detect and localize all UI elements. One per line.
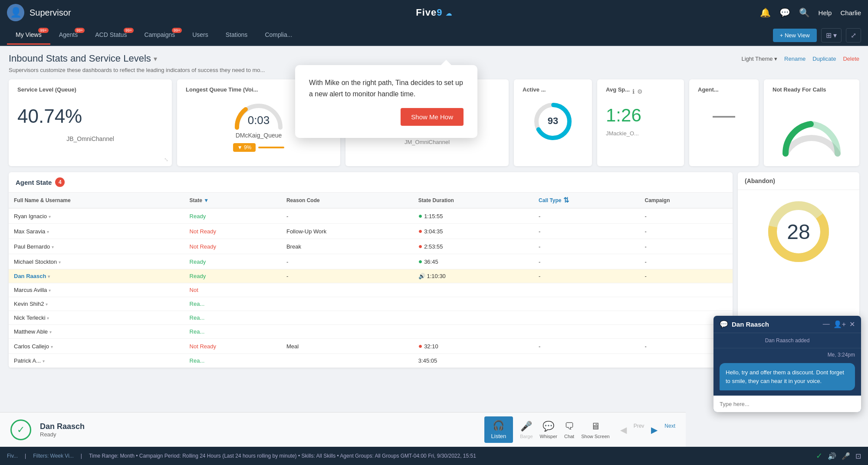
listen-button[interactable]: 🎧 Listen — [484, 416, 513, 443]
light-theme-btn[interactable]: Light Theme ▾ — [741, 56, 777, 62]
user-menu[interactable]: Charlie — [840, 9, 861, 16]
agent-table-body: Ryan Ignacio ▾ Ready - ● 1:15:55 - - Max… — [9, 208, 733, 368]
agent-card: Agent... — — [689, 79, 759, 166]
add-user-icon[interactable]: 👤+ — [833, 320, 846, 328]
tab-compliance[interactable]: Complia... — [256, 26, 301, 45]
call-type: - — [533, 239, 639, 254]
table-row: Max Saravia ▾ Not Ready Follow-Up Work ●… — [9, 224, 733, 239]
volume-icon[interactable]: 🔊 — [828, 452, 836, 460]
agent-name: Carlos Callejo ▾ — [9, 339, 184, 354]
chat-icon[interactable]: 💬 — [779, 7, 790, 18]
agent-name: Michael Stockton ▾ — [9, 254, 184, 269]
mic-icon[interactable]: 🎤 — [842, 452, 850, 460]
close-modal-icon[interactable]: ✕ — [849, 320, 855, 328]
table-row: Ryan Ignacio ▾ Ready - ● 1:15:55 - - — [9, 208, 733, 224]
not-ready-card: Not Ready For Calls — [764, 79, 859, 166]
service-level-value: 40.74% — [17, 106, 163, 127]
expand-icon[interactable]: ⤢ — [846, 28, 861, 43]
settings-icon[interactable]: ⚙ — [637, 88, 643, 95]
nav-right-buttons: + New View ⊞ ▾ ⤢ — [773, 28, 861, 43]
reason-code: Break — [281, 239, 413, 254]
filter-icon[interactable]: ⊞ ▾ — [821, 28, 842, 43]
next-button[interactable]: ▶ — [648, 423, 661, 437]
agent-value: — — [698, 102, 750, 128]
top-nav-right: 🔔 💬 🔍 Help Charlie — [760, 7, 861, 18]
show-screen-button[interactable]: 🖥 Show Screen — [581, 421, 609, 439]
screen-icon: 🖥 — [591, 421, 600, 432]
campaigns-badge: 99+ — [172, 28, 182, 33]
toggle-icon[interactable]: ⊡ — [855, 452, 861, 460]
svg-text:0:03: 0:03 — [248, 114, 270, 127]
whisper-chat-actions: — 👤+ ✕ — [823, 320, 855, 328]
rename-btn[interactable]: Rename — [784, 56, 806, 62]
prev-label: Prev — [634, 423, 644, 437]
campaign — [639, 297, 733, 311]
whisper-input[interactable] — [720, 401, 855, 407]
tab-stations[interactable]: Stations — [217, 26, 256, 45]
agent-state: Rea... — [184, 311, 281, 325]
barge-button[interactable]: 🎤 Barge — [520, 421, 533, 439]
resize-handle[interactable]: ⤡ — [164, 157, 168, 163]
bell-icon[interactable]: 🔔 — [760, 7, 771, 18]
top-nav-left: 👤 Supervisor — [7, 4, 760, 21]
state-duration — [413, 297, 533, 311]
active-calls-card: Active ... 93 — [514, 79, 592, 166]
user-search-icon[interactable]: 🔍 — [799, 7, 810, 18]
reason-code — [281, 354, 413, 368]
tab-agents[interactable]: Agents 99+ — [50, 26, 87, 45]
page-header: Inbound Stats and Service Levels ▾ Light… — [9, 53, 859, 64]
tab-acd-status[interactable]: ACD Status 99+ — [86, 26, 135, 45]
delete-btn[interactable]: Delete — [843, 56, 859, 62]
state-duration: ● 3:04:35 — [413, 224, 533, 239]
whisper-input-area — [713, 396, 861, 412]
call-type: - — [533, 208, 639, 224]
agent-table-container: Agent State 4 Full Name & Username State… — [9, 172, 733, 368]
duplicate-btn[interactable]: Duplicate — [812, 56, 836, 62]
table-row: Nick Terlecki ▾ Rea... — [9, 311, 733, 325]
tab-campaigns[interactable]: Campaigns 99+ — [135, 26, 184, 45]
campaign: - — [639, 239, 733, 254]
logo-container: Five9 ☁ — [416, 7, 452, 18]
service-level-label: JB_OmniChannel — [17, 135, 163, 142]
prev-button[interactable]: ◀ — [617, 423, 630, 437]
progress-bar — [258, 147, 284, 148]
whisper-chat-modal: 💬 Dan Raasch — 👤+ ✕ Dan Raasch added Me,… — [713, 316, 861, 412]
abandon-value: 28 — [787, 220, 810, 244]
not-ready-arc — [777, 97, 846, 158]
help-button[interactable]: Help — [819, 9, 832, 16]
whisper-added: Dan Raasch added — [713, 333, 861, 348]
agent-name: Max Saravia ▾ — [9, 224, 184, 239]
agent-state: Not Ready — [184, 339, 281, 354]
show-me-how-button[interactable]: Show Me How — [401, 108, 464, 126]
abandon-chart: 28 — [738, 190, 859, 273]
new-view-button[interactable]: + New View — [773, 29, 817, 42]
tab-users[interactable]: Users — [184, 26, 217, 45]
whisper-button[interactable]: 💬 Whisper — [540, 421, 557, 439]
agent-state: Rea... — [184, 297, 281, 311]
agent-popup-state: Ready — [40, 431, 476, 438]
tab-my-views[interactable]: My Views 99+ — [7, 26, 50, 45]
chat-button[interactable]: 🗨 Chat — [564, 421, 574, 439]
avatar: 👤 — [7, 4, 24, 21]
col-campaign: Campaign — [639, 193, 733, 208]
info-icon[interactable]: ℹ — [632, 88, 635, 95]
headphone-icon: 🎧 — [493, 420, 504, 431]
minimize-icon[interactable]: — — [823, 320, 830, 328]
second-nav: My Views 99+ Agents 99+ ACD Status 99+ C… — [0, 25, 868, 46]
popup-actions: 🎧 Listen 🎤 Barge 💬 Whisper 🗨 Chat 🖥 Show… — [484, 416, 675, 443]
campaign: - — [639, 224, 733, 239]
avg-speed-value: 1:26 — [606, 105, 675, 126]
agent-state-highlighted: Ready — [184, 269, 281, 283]
state-duration: ● 1:15:55 — [413, 208, 533, 224]
col-reason: Reason Code — [281, 193, 413, 208]
agent-popup-bar: ✓ Dan Raasch Ready 🎧 Listen 🎤 Barge 💬 Wh… — [0, 412, 686, 447]
call-type: - — [533, 269, 639, 283]
tooltip-text: With Mike on the right path, Tina decide… — [309, 77, 464, 99]
state-duration — [413, 325, 533, 339]
popup-nav: ◀ Prev ▶ Next — [617, 423, 675, 437]
header-actions: Light Theme ▾ Rename Duplicate Delete — [741, 56, 859, 62]
agent-state: Not Ready — [184, 224, 281, 239]
agent-state: Rea... — [184, 325, 281, 339]
agent-table: Full Name & Username State ▼ Reason Code… — [9, 193, 733, 368]
table-header: Full Name & Username State ▼ Reason Code… — [9, 193, 733, 208]
